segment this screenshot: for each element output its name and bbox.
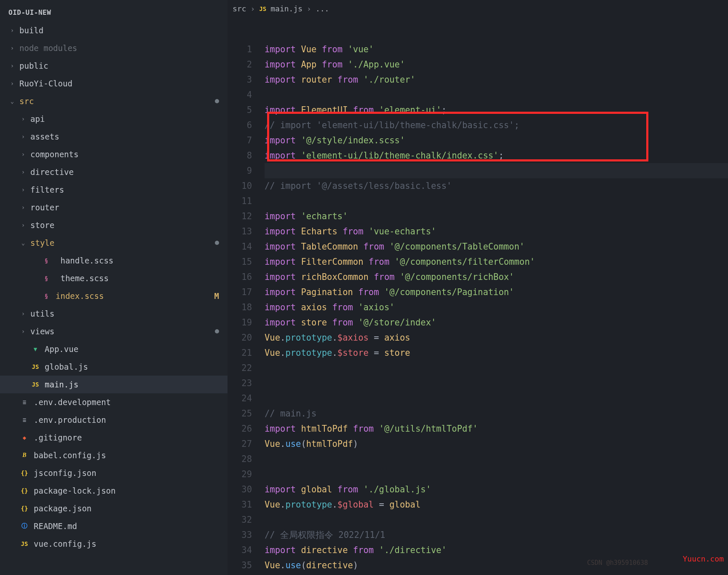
code-line[interactable]: import Pagination from '@/components/Pag… [265, 285, 728, 300]
line-number: 18 [228, 300, 265, 315]
tree-item[interactable]: ≡.env.production [0, 411, 228, 429]
code-line[interactable]: Vue.prototype.$axios = axios [265, 330, 728, 345]
code-token: import [265, 317, 301, 328]
tree-item[interactable]: {}package.json [0, 500, 228, 517]
code-token: from [348, 424, 379, 434]
code-line[interactable]: Vue.prototype.$store = store [265, 345, 728, 360]
tree-item[interactable]: ›router [0, 199, 228, 216]
tree-item-label: .gitignore [34, 433, 228, 442]
code-editor[interactable]: 1234567891011121314151617181920212223242… [228, 17, 728, 575]
code-line[interactable] [265, 467, 728, 482]
code-line[interactable]: import directive from './directive' [265, 543, 728, 558]
code-line[interactable]: import FilterCommon from '@/components/f… [265, 254, 728, 269]
chevron-right-icon: › [307, 4, 311, 13]
code-line[interactable]: // 全局权限指令 2022/11/1 [265, 527, 728, 543]
code-line[interactable]: import store from '@/store/index' [265, 315, 728, 330]
tree-item[interactable]: ›RuoYi-Cloud [0, 75, 228, 92]
code-token: 'element-ui' [379, 105, 442, 115]
breadcrumb-seg[interactable]: src [233, 4, 246, 13]
code-token: from [369, 272, 400, 282]
code-token: . [332, 348, 337, 358]
code-line[interactable]: import htmlToPdf from '@/utils/htmlToPdf… [265, 421, 728, 436]
tree-item[interactable]: ›components [0, 145, 228, 163]
line-number: 24 [228, 391, 265, 406]
line-number: 21 [228, 345, 265, 360]
code-token: . [332, 333, 337, 343]
code-token: TableCommon [301, 242, 358, 252]
tree-item[interactable]: ›views [0, 322, 228, 340]
code-token: import [265, 226, 301, 236]
code-line[interactable]: // main.js [265, 406, 728, 421]
tree-item[interactable]: ⓘREADME.md [0, 517, 228, 535]
tree-item[interactable]: JSvue.config.js [0, 535, 228, 553]
breadcrumb[interactable]: src › JS main.js › ... [228, 0, 728, 17]
tree-item[interactable]: {}jsconfig.json [0, 464, 228, 482]
line-number: 22 [228, 360, 265, 376]
tree-item[interactable]: §_handle.scss [0, 252, 228, 269]
tree-item[interactable]: ›node_modules [0, 39, 228, 57]
code-line[interactable] [265, 87, 728, 102]
code-line[interactable]: import richBoxCommon from '@/components/… [265, 269, 728, 285]
tree-item[interactable]: ⌄style [0, 234, 228, 252]
chevron-right-icon: › [19, 168, 27, 176]
code-token: from [327, 302, 358, 312]
tree-item[interactable]: ›store [0, 216, 228, 234]
tree-item[interactable]: ⌄src [0, 92, 228, 110]
code-line[interactable]: // import '@/assets/less/basic.less' [265, 178, 728, 193]
code-line[interactable]: import '@/style/index.scss' [265, 133, 728, 148]
tree-item[interactable]: ›utils [0, 305, 228, 322]
tree-item[interactable]: Bbabel.config.js [0, 446, 228, 464]
tree-item[interactable]: §index.scssM [0, 287, 228, 305]
breadcrumb-seg[interactable]: ... [316, 4, 329, 13]
code-token: Pagination [301, 287, 353, 297]
code-line[interactable]: import 'echarts' [265, 209, 728, 224]
code-token: directive [306, 560, 353, 570]
code-line[interactable] [265, 391, 728, 406]
code-content[interactable]: import Vue from 'vue'import App from './… [265, 42, 728, 575]
code-line[interactable] [265, 512, 728, 527]
code-line[interactable]: import App from './App.vue' [265, 57, 728, 72]
tree-item[interactable]: §_theme.scss [0, 269, 228, 287]
tree-item[interactable]: JSmain.js [0, 376, 228, 393]
code-token: ; [442, 105, 447, 115]
tree-item[interactable]: ◆.gitignore [0, 429, 228, 446]
line-number: 27 [228, 436, 265, 451]
tree-item[interactable]: ›assets [0, 128, 228, 145]
code-line[interactable] [265, 163, 728, 178]
tree-item[interactable]: ›directive [0, 163, 228, 181]
js-file-icon: JS [19, 539, 29, 549]
code-line[interactable]: Vue.use(htmlToPdf) [265, 436, 728, 451]
code-line[interactable]: import ElementUI from 'element-ui'; [265, 102, 728, 118]
code-line[interactable] [265, 360, 728, 376]
tree-item[interactable]: ›build [0, 21, 228, 39]
code-line[interactable] [265, 451, 728, 467]
line-number: 20 [228, 330, 265, 345]
tree-item[interactable]: ›public [0, 57, 228, 75]
code-line[interactable] [265, 376, 728, 391]
breadcrumb-seg[interactable]: main.js [270, 4, 302, 13]
tree-item[interactable]: ▼App.vue [0, 340, 228, 358]
code-line[interactable]: // import 'element-ui/lib/theme-chalk/ba… [265, 118, 728, 133]
code-line[interactable]: import TableCommon from '@/components/Ta… [265, 239, 728, 254]
code-line[interactable] [265, 193, 728, 209]
code-line[interactable]: import router from './router' [265, 72, 728, 87]
code-token: '@/style/index.scss' [301, 135, 405, 145]
tree-item[interactable]: ›api [0, 110, 228, 128]
chevron-right-icon: › [19, 150, 27, 158]
code-line[interactable]: import axios from 'axios' [265, 300, 728, 315]
tree-item[interactable]: {}package-lock.json [0, 482, 228, 500]
tree-item[interactable]: ≡.env.development [0, 393, 228, 411]
tree-item-label: global.js [45, 362, 228, 371]
code-token: import [265, 242, 301, 252]
code-line[interactable]: import 'element-ui/lib/theme-chalk/index… [265, 148, 728, 163]
code-line[interactable]: import Echarts from 'vue-echarts' [265, 224, 728, 239]
code-line[interactable]: import Vue from 'vue' [265, 42, 728, 57]
tree-item[interactable]: ›filters [0, 181, 228, 199]
code-line[interactable]: Vue.prototype.$global = global [265, 497, 728, 512]
code-token: 'element-ui/lib/theme-chalk/index.css' [301, 150, 498, 161]
code-line[interactable]: import global from './global.js' [265, 482, 728, 497]
code-token: router [301, 75, 332, 85]
code-token: axios [384, 333, 410, 343]
code-line[interactable]: Vue.use(directive) [265, 558, 728, 573]
tree-item[interactable]: JSglobal.js [0, 358, 228, 376]
